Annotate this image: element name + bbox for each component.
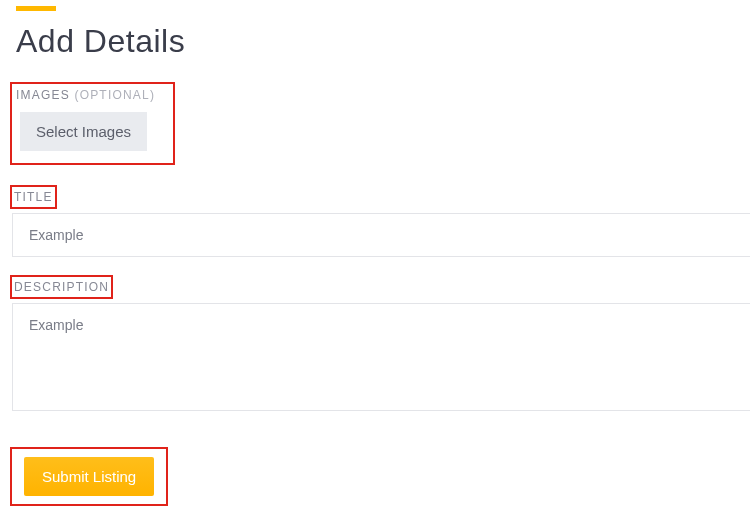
highlight-box-description: DESCRIPTION (10, 275, 113, 299)
images-field-label: IMAGES (OPTIONAL) (12, 84, 157, 110)
title-input[interactable] (12, 213, 750, 257)
images-label-text: IMAGES (16, 88, 70, 102)
images-optional-text: (OPTIONAL) (74, 88, 155, 102)
description-textarea[interactable] (12, 303, 750, 411)
title-field-label: TITLE (12, 187, 55, 207)
description-field-label: DESCRIPTION (12, 277, 111, 297)
highlight-box-images: IMAGES (OPTIONAL) Select Images (10, 82, 175, 165)
page-title: Add Details (16, 23, 750, 60)
highlight-box-title: TITLE (10, 185, 57, 209)
submit-listing-button[interactable]: Submit Listing (24, 457, 154, 496)
highlight-box-submit: Submit Listing (10, 447, 168, 506)
select-images-button[interactable]: Select Images (20, 112, 147, 151)
accent-bar (16, 6, 56, 11)
